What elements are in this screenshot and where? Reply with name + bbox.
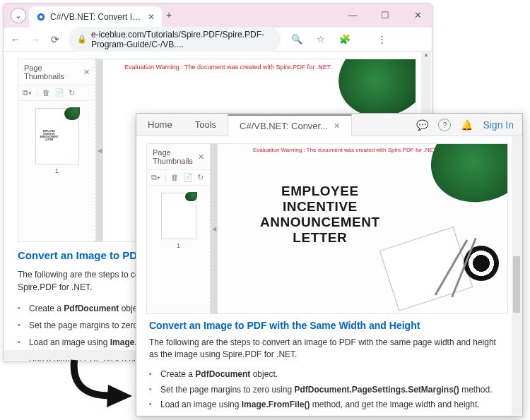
insert-page-icon[interactable]: 📄: [54, 88, 64, 97]
thumbnail-pagenum: 1: [154, 242, 203, 249]
rotate-page-icon[interactable]: ↻: [69, 88, 75, 97]
acro-thumbnails-panel: Page Thumbnails ✕ ⧉▾ | 🗑 📄 ↻ 1: [147, 144, 211, 313]
window-controls: — ☐ ✕: [343, 10, 428, 20]
acro-article-body: Convert an Image to PDF with the Same Wi…: [149, 320, 505, 416]
minimize-button[interactable]: —: [343, 10, 363, 20]
acrobat-content: Page Thumbnails ✕ ⧉▾ | 🗑 📄 ↻ 1 ◀: [136, 136, 522, 416]
chrome-tab-active[interactable]: C#/VB.NET: Convert Images to … ✕: [29, 6, 162, 28]
notepad-decoration: [379, 227, 473, 311]
url-text: e-iceblue.com/Tutorials/Spire.PDF/Spire.…: [91, 30, 272, 49]
list-item: Create a PdfDocument object.: [149, 368, 505, 380]
sidebar-close-icon[interactable]: ✕: [83, 68, 90, 77]
chrome-menu-icon[interactable]: ⋮: [372, 32, 391, 47]
pdf-thumbnails-panel: Page Thumbnails ✕ ⧉▾ | 🗑 📄 ↻ EMPLOYEEINC…: [18, 59, 96, 241]
vertical-scrollbar[interactable]: [512, 136, 522, 415]
chrome-tab-strip: ⌄ C#/VB.NET: Convert Images to … ✕ + — ☐…: [4, 4, 432, 28]
evaluation-warning-text: Evaluation Warning : The document was cr…: [253, 147, 437, 153]
acrobat-window: Home Tools C#/VB.NET: Conver... ✕ 💬 ? 🔔 …: [136, 113, 523, 416]
article-heading: Convert an Image to PDF with the Same Wi…: [149, 320, 505, 331]
back-button[interactable]: ←: [9, 34, 22, 45]
acrobat-pdf-viewer: Page Thumbnails ✕ ⧉▾ | 🗑 📄 ↻ 1 ◀: [146, 143, 508, 314]
bell-icon[interactable]: 🔔: [461, 119, 473, 131]
sidebar-title: Page Thumbnails: [24, 64, 83, 80]
thumbnail-pagenum: 1: [25, 167, 88, 174]
tab-document[interactable]: C#/VB.NET: Conver... ✕: [228, 114, 352, 136]
insert-page-icon[interactable]: 📄: [183, 173, 193, 182]
close-window-button[interactable]: ✕: [408, 10, 428, 20]
forward-button[interactable]: →: [29, 34, 42, 45]
employee-heading-block: EMPLOYEE INCENTIVE ANNOUNCEMENT LETTER: [260, 184, 380, 245]
list-item: Add a page to PDF based on the size of t…: [149, 414, 505, 416]
thumb-options-icon[interactable]: ⧉▾: [23, 88, 32, 97]
sidebar-collapse-handle[interactable]: ◀: [96, 59, 103, 241]
zoom-icon[interactable]: 🔍: [288, 32, 306, 47]
list-item: Load an image using Image.FromFile() met…: [149, 399, 505, 411]
tab-title: C#/VB.NET: Convert Images to …: [50, 12, 142, 22]
tab-home[interactable]: Home: [136, 114, 184, 136]
sidebar-collapse-handle[interactable]: ◀: [211, 144, 218, 313]
evaluation-warning-text: Evaluation Warning : The document was cr…: [124, 64, 332, 71]
list-item: Set the page margins to zero using PdfDo…: [149, 384, 505, 396]
maximize-button[interactable]: ☐: [375, 10, 395, 20]
sign-in-link[interactable]: Sign In: [483, 119, 514, 131]
thumb-options-icon[interactable]: ⧉▾: [151, 173, 160, 182]
acro-pdf-page: Evaluation Warning : The document was cr…: [218, 144, 507, 313]
chrome-profile-button[interactable]: ⌄: [11, 8, 26, 23]
help-icon[interactable]: ?: [438, 119, 451, 131]
tab-document-label: C#/VB.NET: Conver...: [240, 121, 328, 131]
sidebar-title: Page Thumbnails: [153, 148, 198, 165]
omnibox[interactable]: 🔒 e-iceblue.com/Tutorials/Spire.PDF/Spir…: [69, 27, 281, 52]
transition-arrow-icon: [67, 356, 138, 413]
rotate-page-icon[interactable]: ↻: [197, 173, 204, 182]
favicon-icon: [36, 12, 46, 22]
delete-page-icon[interactable]: 🗑: [42, 88, 50, 97]
leaf-decoration: [418, 144, 507, 217]
extensions-icon[interactable]: 🧩: [336, 32, 354, 47]
site-info-icon[interactable]: 🔒: [77, 35, 87, 44]
chevron-down-icon: ⌄: [15, 11, 22, 20]
page-thumbnail[interactable]: EMPLOYEEINCENTIVEANNOUNCEMENTLETTER: [35, 108, 79, 164]
sidebar-close-icon[interactable]: ✕: [198, 152, 204, 162]
delete-page-icon[interactable]: 🗑: [171, 173, 179, 182]
page-thumbnail[interactable]: [161, 193, 196, 239]
reload-button[interactable]: ⟳: [49, 34, 61, 45]
tab-close-icon[interactable]: ✕: [148, 12, 155, 22]
acrobat-tabbar: Home Tools C#/VB.NET: Conver... ✕ 💬 ? 🔔 …: [136, 114, 522, 136]
chrome-toolbar: ← → ⟳ 🔒 e-iceblue.com/Tutorials/Spire.PD…: [4, 28, 432, 52]
bookmark-star-icon[interactable]: ☆: [312, 32, 330, 47]
tab-close-icon[interactable]: ✕: [334, 121, 340, 131]
chat-icon[interactable]: 💬: [416, 119, 428, 131]
new-tab-button[interactable]: +: [166, 9, 172, 20]
svg-point-1: [40, 16, 42, 18]
article-intro: The following are the steps to convert a…: [149, 337, 505, 361]
tab-tools[interactable]: Tools: [184, 114, 228, 136]
